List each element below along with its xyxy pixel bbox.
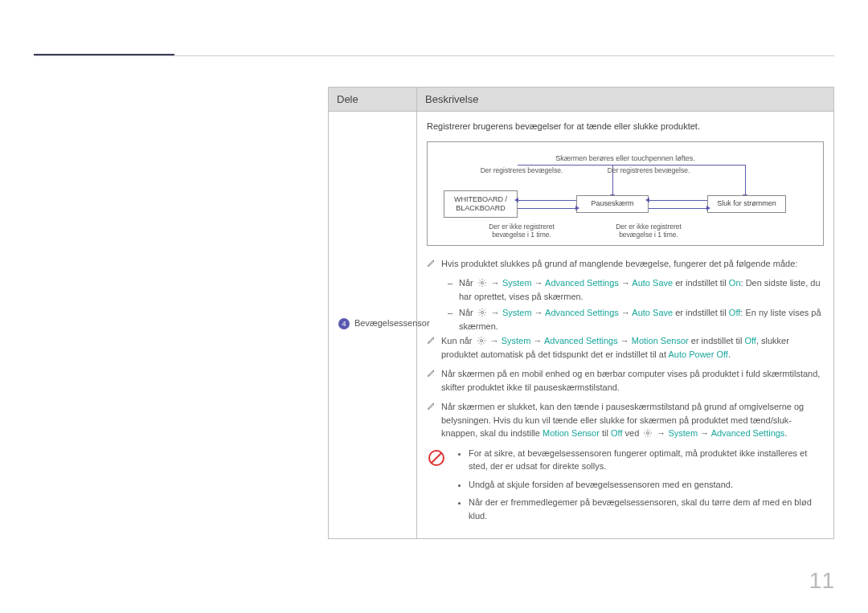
table-row: 4Bevægelsessensor Registrerer brugerens … <box>329 112 834 539</box>
diagram-arrow-right-1 <box>518 208 576 209</box>
header-rule <box>34 55 834 56</box>
pen-icon <box>427 368 436 378</box>
diagram-box-whiteboard-l2: BLACKBOARD <box>456 204 506 213</box>
svg-point-2 <box>480 340 482 342</box>
diagram-arrow-up-2 <box>745 165 746 195</box>
warning-item-3: Når der er fremmedlegemer på bevægelsess… <box>469 496 824 522</box>
diagram-box-sluk: Sluk for strømmen <box>707 195 786 213</box>
gear-icon <box>477 336 486 345</box>
page-number: 11 <box>809 568 834 594</box>
diagram-arrow-left-2 <box>649 200 707 201</box>
page: Dele Beskrivelse 4Bevægelsessensor Regis… <box>0 0 868 613</box>
note-2: Kun når → System → Advanced Settings → M… <box>427 334 824 361</box>
part-number-badge: 4 <box>338 318 350 329</box>
warning-item-1: For at sikre, at bevægelsessensoren fung… <box>469 447 824 473</box>
diagram-arrow-right-2 <box>649 208 707 209</box>
note-1-text: Hvis produktet slukkes på grund af mangl… <box>441 257 824 271</box>
gear-icon <box>477 278 487 288</box>
diagram-label-bot-left: Der er ikke registreret bevægelse i 1 ti… <box>477 223 566 239</box>
intro-text: Registrerer brugerens bevægelser for at … <box>427 120 824 133</box>
warning-item-2: Undgå at skjule forsiden af bevægelsesse… <box>469 478 824 492</box>
col-header-beskrivelse: Beskrivelse <box>417 88 834 112</box>
note-4-text: Når skærmen er slukket, kan den tænde i … <box>441 400 824 440</box>
diagram-box-whiteboard: WHITEBOARD / BLACKBOARD <box>444 190 518 218</box>
diagram-caption: Skærmen berøres eller touchpennen løftes… <box>428 153 823 165</box>
pen-icon <box>427 335 436 345</box>
cell-dele: 4Bevægelsessensor <box>329 112 417 539</box>
gear-icon <box>643 428 653 438</box>
note-1b-text: Når → System → Advanced Settings → Auto … <box>459 306 824 333</box>
part-name: Bevægelsessensor <box>354 318 430 328</box>
note-3-text: Når skærmen på en mobil enhed og en bærb… <box>441 367 824 394</box>
note-4: Når skærmen er slukket, kan den tænde i … <box>427 400 824 440</box>
diagram-label-bot-right: Der er ikke registreret bevægelse i 1 ti… <box>604 223 693 239</box>
svg-point-1 <box>481 312 483 314</box>
dash-icon: – <box>448 306 459 320</box>
note-1a: – Når → System → Advanced Settings → Aut… <box>448 276 824 303</box>
svg-point-0 <box>481 282 483 284</box>
pen-icon <box>427 258 436 268</box>
warning-block: For at sikre, at bevægelsessensoren fung… <box>427 447 824 528</box>
cell-beskrivelse: Registrerer brugerens bevægelser for at … <box>417 112 834 539</box>
col-header-dele: Dele <box>329 88 417 112</box>
diagram-box-whiteboard-l1: WHITEBOARD / <box>454 195 507 204</box>
svg-point-3 <box>647 432 649 435</box>
parts-table: Dele Beskrivelse 4Bevægelsessensor Regis… <box>328 87 834 539</box>
state-diagram: Skærmen berøres eller touchpennen løftes… <box>427 141 824 246</box>
note-1: Hvis produktet slukkes på grund af mangl… <box>427 257 824 271</box>
note-1a-text: Når → System → Advanced Settings → Auto … <box>459 276 824 303</box>
content-area: Dele Beskrivelse 4Bevægelsessensor Regis… <box>328 87 834 539</box>
prohibit-icon <box>427 448 446 468</box>
note-2-text: Kun når → System → Advanced Settings → M… <box>441 334 824 361</box>
diagram-label-top-right: Der registreres bevægelse. <box>604 166 693 175</box>
pen-icon <box>427 401 436 411</box>
note-1b: – Når → System → Advanced Settings → Aut… <box>448 306 824 333</box>
note-3: Når skærmen på en mobil enhed og en bærb… <box>427 367 824 394</box>
dash-icon: – <box>448 276 459 290</box>
warning-list: For at sikre, at bevægelsessensoren fung… <box>454 447 824 528</box>
diagram-arrow-left-1 <box>518 200 576 201</box>
diagram-box-pauseskaerm: Pauseskærm <box>576 195 649 213</box>
diagram-top-line <box>518 165 746 166</box>
gear-icon <box>477 308 487 317</box>
svg-line-5 <box>432 453 441 463</box>
diagram-label-top-left: Der registreres bevægelse. <box>477 166 566 175</box>
